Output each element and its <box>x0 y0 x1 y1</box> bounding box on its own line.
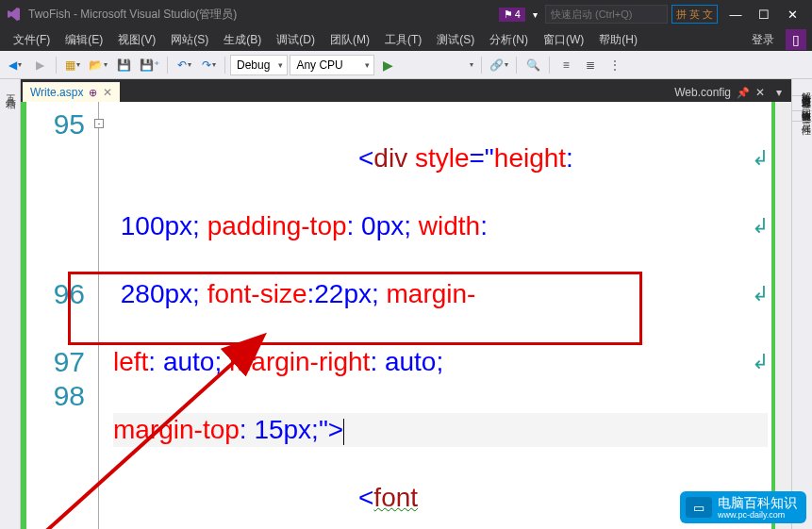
document-tab-inactive[interactable]: Web.config 📌 ✕ ▾ <box>665 83 791 102</box>
uncomment-button[interactable]: ≣ <box>579 54 602 76</box>
notification-badge[interactable]: ⚑4 <box>499 8 525 22</box>
new-project-button[interactable]: ▦▾ <box>61 54 84 76</box>
properties-panel-tab[interactable]: 属性 <box>792 111 812 122</box>
document-tab-label: Web.config <box>674 86 731 99</box>
sign-in-button[interactable]: 登录 <box>744 29 782 51</box>
browser-link-button[interactable]: 🔗▾ <box>487 54 511 76</box>
window-title: TwoFish - Microsoft Visual Studio(管理员) <box>28 7 499 23</box>
ime-indicator[interactable]: 拼英 文 <box>671 5 718 24</box>
undo-button[interactable]: ↶▾ <box>173 54 195 76</box>
save-all-button[interactable]: 💾⁺ <box>137 54 162 76</box>
toolbox-panel-tab[interactable]: 工具箱 <box>0 79 21 529</box>
document-tab-active[interactable]: Write.aspx ⊕ ✕ <box>23 82 120 102</box>
editor-zone: Write.aspx ⊕ ✕ Web.config 📌 ✕ ▾ 95 96 97… <box>21 79 791 529</box>
line-number-gutter: 95 96 97 98 <box>26 102 92 529</box>
menu-bar: 文件(F) 编辑(E) 视图(V) 网站(S) 生成(B) 调试(D) 团队(M… <box>0 28 812 51</box>
open-file-button[interactable]: 📂▾ <box>86 54 110 76</box>
main-area: 工具箱 Write.aspx ⊕ ✕ Web.config 📌 ✕ ▾ 95 9… <box>0 79 812 529</box>
minimize-button[interactable]: — <box>721 4 750 25</box>
menu-tools[interactable]: 工具(T) <box>377 29 429 51</box>
pin-icon[interactable]: ⊕ <box>89 87 97 99</box>
word-wrap-icon: ↲ <box>752 209 769 243</box>
nav-back-button[interactable]: ◀▾ <box>4 54 26 76</box>
close-button[interactable]: ✕ <box>778 4 806 25</box>
user-icon[interactable]: ▯ <box>786 29 806 50</box>
word-wrap-icon: ↲ <box>752 141 769 175</box>
menu-edit[interactable]: 编辑(E) <box>58 29 110 51</box>
solution-platform-select[interactable]: Any CPU <box>290 55 374 75</box>
menu-window[interactable]: 窗口(W) <box>536 29 591 51</box>
save-button[interactable]: 💾 <box>112 54 135 76</box>
outlining-margin[interactable]: - <box>92 102 108 529</box>
flag-icon: ⚑ <box>504 8 513 21</box>
team-explorer-tab[interactable]: 团队资源管理器 <box>792 96 812 111</box>
code-editor[interactable]: 95 96 97 98 - <<divdiv style="height:↲ 1… <box>21 102 791 529</box>
solution-explorer-tab[interactable]: 解决方案资源管理器 <box>792 79 812 96</box>
watermark-brand: 电脑百科知识 <box>718 495 797 510</box>
watermark-badge: ▭ 电脑百科知识 www.pc-daily.com <box>680 491 806 523</box>
vertical-scrollbar[interactable] <box>775 102 791 529</box>
standard-toolbar: ◀▾ ▶ ▦▾ 📂▾ 💾 💾⁺ ↶▾ ↷▾ Debug Any CPU ▶ ▾ … <box>0 51 812 79</box>
watermark-logo-icon: ▭ <box>686 497 712 518</box>
menu-analyze[interactable]: 分析(N) <box>482 29 536 51</box>
quick-launch-input[interactable] <box>545 5 668 24</box>
start-debug-button[interactable]: ▶ <box>376 54 399 76</box>
menu-test[interactable]: 测试(S) <box>429 29 482 51</box>
watermark-url: www.pc-daily.com <box>718 510 797 520</box>
menu-website[interactable]: 网站(S) <box>163 29 216 51</box>
solution-config-select[interactable]: Debug <box>230 55 288 75</box>
tab-list-dropdown-icon[interactable]: ▾ <box>776 86 782 99</box>
right-panel-tabs: 解决方案资源管理器 团队资源管理器 属性 <box>791 79 812 529</box>
maximize-button[interactable]: ☐ <box>750 4 778 25</box>
menu-file[interactable]: 文件(F) <box>6 29 58 51</box>
nav-forward-button[interactable]: ▶ <box>28 54 51 76</box>
fold-toggle-icon[interactable]: - <box>94 119 104 128</box>
redo-button[interactable]: ↷▾ <box>197 54 220 76</box>
notification-dropdown-icon[interactable]: ▾ <box>529 9 541 20</box>
tab-close-icon[interactable]: ✕ <box>755 86 765 99</box>
notification-count: 4 <box>515 8 521 20</box>
title-bar: TwoFish - Microsoft Visual Studio(管理员) ⚑… <box>0 0 812 28</box>
tab-close-icon[interactable]: ✕ <box>103 86 112 99</box>
menu-team[interactable]: 团队(M) <box>323 29 377 51</box>
word-wrap-icon: ↲ <box>752 345 769 379</box>
start-target-select[interactable]: ▾ <box>401 54 476 76</box>
find-button[interactable]: 🔍 <box>522 54 544 76</box>
code-text[interactable]: <<divdiv style="height:↲ 100px; padding-… <box>108 102 771 529</box>
menu-view[interactable]: 视图(V) <box>110 29 163 51</box>
menu-build[interactable]: 生成(B) <box>216 29 269 51</box>
pin-icon[interactable]: 📌 <box>737 87 750 99</box>
vs-logo-icon <box>6 6 23 23</box>
document-tab-label: Write.aspx <box>30 86 83 99</box>
menu-debug[interactable]: 调试(D) <box>269 29 323 51</box>
comment-button[interactable]: ≡ <box>555 54 577 76</box>
menu-help[interactable]: 帮助(H) <box>591 29 645 51</box>
toolbar-overflow-button[interactable]: ⋮ <box>604 54 626 76</box>
word-wrap-icon: ↲ <box>752 277 769 311</box>
document-tabstrip: Write.aspx ⊕ ✕ Web.config 📌 ✕ ▾ <box>21 79 791 102</box>
